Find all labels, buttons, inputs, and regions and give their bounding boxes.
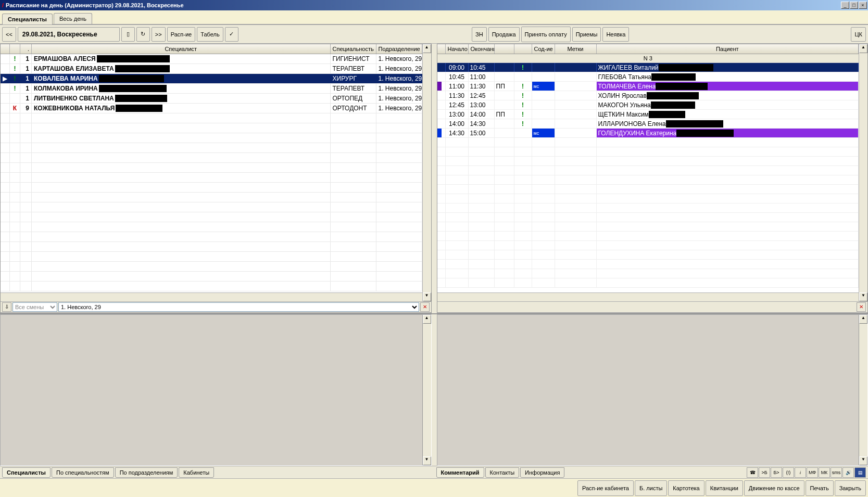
col-specialist[interactable]: Специалист [32,44,331,54]
visits-button[interactable]: Приемы [572,27,601,42]
noshow-button[interactable]: Неявка [602,27,629,42]
window-titlebar: / Расписание на день (Администратор) 29.… [0,0,868,10]
b-out-icon[interactable]: Б> [771,467,782,478]
shift-select[interactable]: Все смены [12,302,57,312]
col-marks[interactable]: Метки [555,44,597,54]
appointment-row[interactable]: 14:3015:00мсГОЛЕНДУХИНА Екатерина [437,129,859,138]
appointment-row[interactable]: 13:0014:00ПП!ЩЕТКИН Максим [437,110,859,119]
refresh-button[interactable]: ↻ [136,27,150,42]
alert-icon[interactable]: (!) [783,467,794,478]
col-status[interactable] [10,44,20,54]
pin-button[interactable]: ⇩ [2,302,11,312]
minimize-button[interactable]: _ [841,2,849,9]
scroll-up-icon[interactable]: ▲ [423,44,431,53]
mf-icon[interactable]: МФ [807,467,818,478]
appointments-header: Начало Окончание Сод-ие Метки Пациент [437,44,859,54]
col-end[interactable]: Окончание [469,44,495,54]
calendar-icon: ▯ [127,31,130,37]
department-select[interactable]: 1. Невского, 29 [58,302,419,312]
tab-specialists[interactable]: Специалисты [2,14,53,24]
col-patient[interactable]: Пациент [597,44,859,54]
print-button[interactable]: Печать [806,480,834,496]
prev-day-button[interactable]: << [2,27,16,42]
col-pp[interactable] [495,44,514,54]
specialist-row[interactable]: !1КАРТАШОВА ЕЛИЗАВЕТАТЕРАПЕВТ1. Невского… [1,64,422,74]
v-scrollbar-r[interactable]: ▲ ▼ [859,44,867,301]
specialists-grid-body[interactable]: !1ЕРМАШОВА АЛЕСЯГИГИЕНИСТ1. Невского, 29… [1,54,422,292]
appointments-grid-body[interactable]: 09:0010:45!ЖИГАЛЕЕВ Виталий10:4511:00ГЛЕ… [437,63,859,292]
btab-contacts[interactable]: Контакты [485,467,520,478]
v-scrollbar[interactable]: ▲ ▼ [422,44,431,301]
notes-scroll-l[interactable]: ▲▼ [422,315,431,465]
appointment-row[interactable]: 10:4511:00ГЛЕБОВА Татьяна [437,72,859,82]
appointment-row[interactable]: 14:0014:30!ИЛЛАРИОНОВА Елена [437,119,859,129]
specialist-row[interactable]: 1ЛИТВИНЕНКО СВЕТЛАНАОРТОПЕД1. Невского, … [1,94,422,104]
check-button[interactable]: ✓ [225,27,238,42]
col-excl[interactable] [514,44,532,54]
h-scrollbar-r[interactable] [437,292,859,301]
notes-scroll-r[interactable]: ▲▼ [859,315,867,465]
col-row-marker[interactable] [1,44,10,54]
maximize-button[interactable]: □ [850,2,858,9]
next-day-button[interactable]: >> [152,27,166,42]
clear-appt-button[interactable]: ✕ [857,302,866,312]
info-icon[interactable]: i [795,467,806,478]
btab-info[interactable]: Информация [520,467,564,478]
btab-rooms[interactable]: Кабинеты [179,467,214,478]
col-dot[interactable]: . [20,44,32,54]
close-page-button[interactable]: Закрыть [835,480,866,496]
sms-icon[interactable]: sms [831,467,842,478]
tab-whole-day[interactable]: Весь день [54,13,92,24]
sound-icon[interactable]: 🔊 [842,467,854,478]
card-index-button[interactable]: Картотека [668,480,704,496]
date-selector[interactable]: 29.08.2021, Воскресенье [18,27,120,42]
scroll-up-icon-r[interactable]: ▲ [859,44,867,53]
scroll-down-icon[interactable]: ▼ [423,292,431,301]
col-cod[interactable]: Сод-ие [532,44,555,54]
specialists-header: . Специалист Специальность Подразделение [1,44,422,54]
specialist-row[interactable]: К9КОЖЕВНИКОВА НАТАЛЬЯОРТОДОНТ1. Невского… [1,104,422,113]
top-tab-strip: Специалисты Весь день [0,10,868,25]
close-button[interactable]: × [859,2,867,9]
col-department[interactable]: Подразделение [376,44,422,54]
appointment-row[interactable]: 09:0010:45!ЖИГАЛЕЕВ Виталий [437,63,859,72]
specialist-row[interactable]: !1ЕРМАШОВА АЛЕСЯГИГИЕНИСТ1. Невского, 29 [1,54,422,64]
accept-payment-button[interactable]: Принять оплату [521,27,571,42]
cabinet-header: N 3 [437,54,859,63]
receipts-button[interactable]: Квитанции [706,480,743,496]
phone-icon[interactable]: ☎ [747,467,758,478]
btab-comment[interactable]: Комментарий [436,467,484,478]
appointment-row[interactable]: 11:3012:45!ХОЛИН Ярослав [437,91,859,100]
zn-button[interactable]: ЗН [472,27,487,42]
left-notes-panel[interactable]: ▲▼ [0,314,432,466]
agenda-icon[interactable]: ▤ [854,467,866,478]
schedule-button[interactable]: Расп-ие [167,27,195,42]
scroll-down-icon-r[interactable]: ▼ [859,292,867,301]
bottom-tab-strip: Специалисты По специальностям По подразд… [0,466,868,478]
specialist-row[interactable]: !1КОЛМАКОВА ИРИНАТЕРАПЕВТ1. Невского, 29 [1,84,422,94]
right-notes-panel[interactable]: ▲▼ [437,314,869,466]
col-row-marker-r[interactable] [437,44,446,54]
clear-filter-button[interactable]: ✕ [420,302,430,312]
btab-by-specialty[interactable]: По специальностям [52,467,114,478]
tabel-button[interactable]: Табель [197,27,223,42]
b-in-icon[interactable]: >Б [759,467,770,478]
refresh-icon: ↻ [141,31,145,37]
col-specialty[interactable]: Специальность [331,44,376,54]
cash-movement-button[interactable]: Движение по кассе [744,480,804,496]
appointment-row[interactable]: 11:0011:30ПП!мсТОЛМАЧЕВА Елена [437,82,859,91]
sick-lists-button[interactable]: Б. листы [635,480,667,496]
btab-by-department[interactable]: По подразделениям [115,467,178,478]
btab-specialists[interactable]: Специалисты [2,467,51,478]
calendar-button[interactable]: ▯ [121,27,135,42]
bottom-action-bar: Расп-ие кабинета Б. листы Картотека Квит… [0,478,868,497]
mk-icon[interactable]: МК [819,467,830,478]
specialist-row[interactable]: ▶!1КОВАЛЕВА МАРИНАХИРУРГ1. Невского, 29 [1,74,422,84]
appointment-row[interactable]: 12:4513:00!МАКОГОН Ульяна [437,100,859,110]
room-schedule-button[interactable]: Расп-ие кабинета [577,480,634,496]
col-start[interactable]: Начало [446,44,469,54]
sale-button[interactable]: Продажа [488,27,520,42]
app-icon: / [2,2,4,8]
cc-button[interactable]: ЦК [851,27,866,42]
h-scrollbar[interactable] [1,292,422,301]
